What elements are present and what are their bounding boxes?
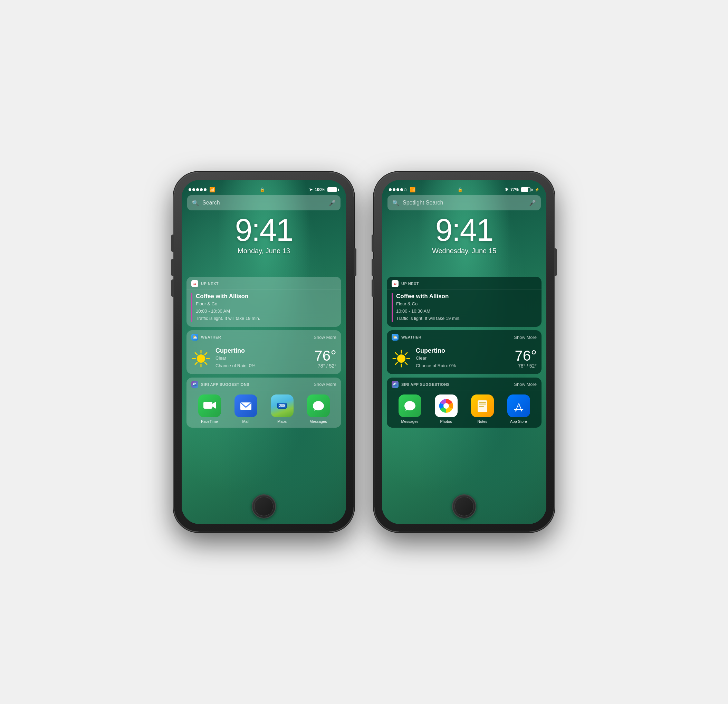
lock-icon-right: 🔒 bbox=[458, 187, 463, 192]
weather-widget-right[interactable]: ⛅ WEATHER Show More bbox=[387, 330, 542, 374]
messages-icon-right bbox=[399, 395, 421, 417]
temp-main-left: 76° bbox=[314, 348, 337, 363]
siri-widget-right[interactable]: 🌊 SIRI APP SUGGESTIONS Show More bbox=[387, 377, 542, 428]
battery-pct-left: 100% bbox=[315, 187, 325, 192]
siri-apps-right: Messages bbox=[387, 390, 542, 428]
home-button-right[interactable] bbox=[452, 494, 476, 519]
event-time-left: 10:00 - 10:30 AM bbox=[196, 308, 230, 314]
photos-icon-right bbox=[435, 395, 458, 417]
calendar-widget-left[interactable]: 13 UP NEXT Coffee with Allison Flour & C… bbox=[186, 277, 341, 327]
battery-body-left bbox=[327, 187, 337, 192]
event-title-right: Coffee with Allison bbox=[396, 293, 537, 300]
siri-apps-left: FaceTime Mail bbox=[186, 390, 341, 428]
bluetooth-icon-right: ✱ bbox=[505, 187, 508, 192]
calendar-icon-left: 13 bbox=[191, 280, 198, 287]
weather-show-more-left[interactable]: Show More bbox=[313, 335, 337, 340]
weather-show-more-right[interactable]: Show More bbox=[514, 335, 537, 340]
status-left-left: 📶 bbox=[189, 187, 215, 192]
app-appstore-right[interactable]: A App Store bbox=[507, 395, 530, 424]
event-title-left: Coffee with Allison bbox=[196, 293, 337, 300]
battery-icon-right bbox=[521, 187, 533, 192]
dot1 bbox=[189, 188, 191, 191]
calendar-num-right: 13 bbox=[394, 283, 396, 285]
svg-rect-24 bbox=[479, 405, 486, 405]
widgets-area-right: 13 UP NEXT Coffee with Allison Flour & C… bbox=[387, 277, 542, 483]
home-button-left[interactable] bbox=[252, 494, 276, 519]
weather-temp-left: 76° 78° / 52° bbox=[314, 348, 337, 369]
messages-label-right: Messages bbox=[401, 419, 418, 424]
svg-line-19 bbox=[405, 353, 407, 355]
weather-content-right: Cupertino Clear Chance of Rain: 0% 76° 7… bbox=[387, 343, 542, 374]
battery-pct-right: 77% bbox=[510, 187, 519, 192]
dot5 bbox=[204, 188, 207, 191]
app-notes-right[interactable]: Notes bbox=[471, 395, 494, 424]
app-messages-right[interactable]: Messages bbox=[399, 395, 421, 424]
app-mail-left[interactable]: Mail bbox=[234, 395, 257, 424]
battery-body-right bbox=[521, 187, 530, 192]
svg-rect-23 bbox=[479, 402, 486, 403]
app-maps-left[interactable]: 280 Maps bbox=[271, 395, 293, 424]
weather-icon-right: ⛅ bbox=[391, 334, 399, 341]
app-messages-left[interactable]: Messages bbox=[307, 395, 330, 424]
notes-icon-right bbox=[471, 395, 494, 417]
maps-label-left: Maps bbox=[277, 419, 287, 424]
event-location-right: Flour & Co bbox=[396, 301, 417, 306]
time-display-left: 9:41 Monday, June 13 bbox=[182, 214, 346, 255]
siri-widget-left[interactable]: 🌊 SIRI APP SUGGESTIONS Show More bbox=[186, 377, 341, 428]
app-facetime-left[interactable]: FaceTime bbox=[198, 395, 221, 424]
notes-label-right: Notes bbox=[477, 419, 487, 424]
status-bar-right: 📶 🔒 ✱ 77% ⚡ bbox=[382, 180, 546, 197]
phone-screen-right: 📶 🔒 ✱ 77% ⚡ 🔍 bbox=[382, 180, 546, 524]
app-photos-right[interactable]: Photos bbox=[435, 395, 458, 424]
weather-info-right: Cupertino Clear Chance of Rain: 0% bbox=[416, 347, 510, 370]
weather-widget-header-left: ⛅ WEATHER Show More bbox=[186, 330, 341, 343]
wifi-icon-right: 📶 bbox=[410, 187, 416, 192]
search-bar-right[interactable]: 🔍 Spotlight Search 🎤 bbox=[387, 195, 541, 210]
weather-widget-header-right: ⛅ WEATHER Show More bbox=[387, 330, 542, 343]
facetime-icon-left bbox=[198, 395, 221, 417]
phone-right: 📶 🔒 ✱ 77% ⚡ 🔍 bbox=[374, 172, 554, 532]
siri-header-label-right: SIRI APP SUGGESTIONS bbox=[401, 382, 511, 386]
search-bar-left[interactable]: 🔍 Search 🎤 bbox=[187, 195, 341, 210]
calendar-icon-right: 13 bbox=[391, 280, 399, 287]
svg-point-12 bbox=[397, 354, 406, 363]
svg-point-0 bbox=[197, 354, 205, 363]
siri-show-more-right[interactable]: Show More bbox=[514, 382, 537, 387]
mail-label-left: Mail bbox=[242, 419, 249, 424]
event-time-right: 10:00 - 10:30 AM bbox=[396, 308, 430, 314]
weather-condition-left: Clear bbox=[215, 356, 226, 361]
date-text-right: Wednesday, June 15 bbox=[382, 247, 546, 255]
calendar-widget-header-left: 13 UP NEXT bbox=[186, 277, 341, 289]
calendar-widget-right[interactable]: 13 UP NEXT Coffee with Allison Flour & C… bbox=[387, 277, 542, 327]
weather-rain-left: Chance of Rain: 0% bbox=[215, 363, 256, 368]
siri-icon-left: 🌊 bbox=[191, 381, 198, 388]
phone-frame-right: 📶 🔒 ✱ 77% ⚡ 🔍 bbox=[374, 172, 554, 532]
event-details-left: Coffee with Allison Flour & Co 10:00 - 1… bbox=[196, 293, 337, 322]
search-icon-right: 🔍 bbox=[392, 199, 399, 206]
wifi-icon-left: 📶 bbox=[209, 187, 215, 192]
siri-icon-right: 🌊 bbox=[391, 381, 399, 388]
event-details-right: Coffee with Allison Flour & Co 10:00 - 1… bbox=[396, 293, 537, 322]
location-icon-left: ➤ bbox=[309, 187, 312, 192]
siri-widget-header-right: 🌊 SIRI APP SUGGESTIONS Show More bbox=[387, 377, 542, 390]
rdot4 bbox=[400, 188, 403, 191]
temp-main-right: 76° bbox=[514, 348, 537, 363]
time-display-right: 9:41 Wednesday, June 15 bbox=[382, 214, 546, 255]
siri-header-label-left: SIRI APP SUGGESTIONS bbox=[201, 382, 311, 386]
phone-frame-left: 📶 🔒 ➤ 100% 🔍 Se bbox=[174, 172, 354, 532]
mail-icon-left bbox=[234, 395, 257, 417]
event-subtitle-left: Flour & Co 10:00 - 10:30 AM Traffic is l… bbox=[196, 301, 337, 322]
weather-city-right: Cupertino bbox=[416, 347, 510, 354]
appstore-label-right: App Store bbox=[510, 419, 527, 424]
event-accent-right bbox=[391, 293, 393, 322]
battery-tip-right bbox=[532, 189, 533, 191]
weather-widget-left[interactable]: ⛅ WEATHER Show More bbox=[186, 330, 341, 374]
status-right-right: ✱ 77% ⚡ bbox=[505, 187, 539, 192]
siri-show-more-left[interactable]: Show More bbox=[313, 382, 337, 387]
search-bar-container-right: 🔍 Spotlight Search 🎤 bbox=[387, 195, 541, 210]
svg-line-20 bbox=[396, 362, 397, 364]
calendar-header-label-left: UP NEXT bbox=[201, 282, 337, 286]
date-text-left: Monday, June 13 bbox=[182, 247, 346, 255]
calendar-event-left: Coffee with Allison Flour & Co 10:00 - 1… bbox=[186, 289, 341, 327]
search-bar-container-left: 🔍 Search 🎤 bbox=[187, 195, 341, 210]
